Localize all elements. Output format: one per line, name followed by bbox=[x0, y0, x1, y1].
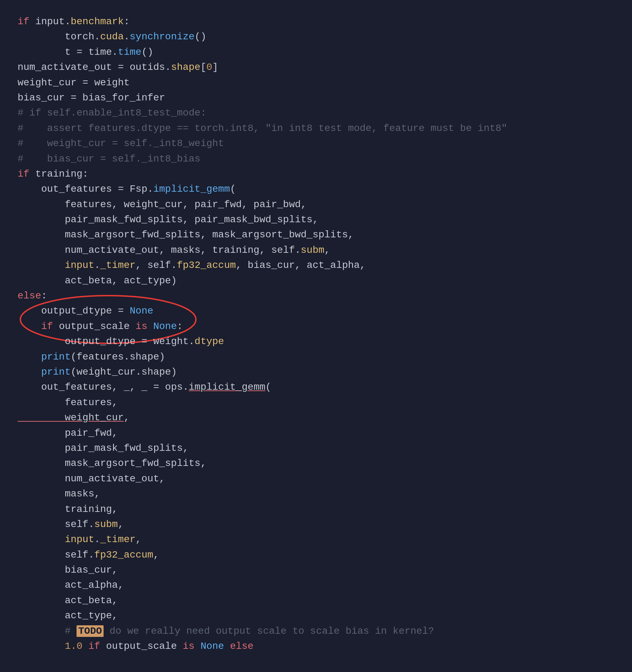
code-line-13: features, weight_cur, pair_fwd, pair_bwd… bbox=[18, 197, 614, 212]
code-line-35: input._timer, bbox=[18, 532, 614, 547]
code-line-40: act_type, bbox=[18, 608, 614, 623]
code-line-22: output_dtype = weight.dtype bbox=[18, 334, 614, 349]
code-line-37: bias_cur, bbox=[18, 562, 614, 578]
code-line-3: t = time.time() bbox=[18, 45, 614, 60]
code-line-39: act_beta, bbox=[18, 593, 614, 608]
code-line-42: 1.0 if output_scale is None else bbox=[18, 639, 614, 654]
code-line-23: print(features.shape) bbox=[18, 349, 614, 364]
code-line-14: pair_mask_fwd_splits, pair_mask_bwd_spli… bbox=[18, 212, 614, 227]
code-line-18: act_beta, act_type) bbox=[18, 273, 614, 288]
code-line-8: # assert features.dtype == torch.int8, "… bbox=[18, 121, 614, 136]
code-line-9: # weight_cur = self._int8_weight bbox=[18, 136, 614, 151]
code-line-41: # TODO do we really need output scale to… bbox=[18, 624, 614, 639]
code-line-17: input._timer, self.fp32_accum, bias_cur,… bbox=[18, 258, 614, 273]
code-line-38: act_alpha, bbox=[18, 578, 614, 593]
code-line-6: bias_cur = bias_for_infer bbox=[18, 90, 614, 105]
code-line-5: weight_cur = weight bbox=[18, 75, 614, 90]
todo-badge: TODO bbox=[77, 625, 104, 637]
code-line-30: mask_argsort_fwd_splits, bbox=[18, 456, 614, 471]
code-line-28: pair_fwd, bbox=[18, 426, 614, 441]
code-line-19: else: bbox=[18, 288, 614, 303]
code-line-12: out_features = Fsp.implicit_gemm( bbox=[18, 182, 614, 197]
code-line-21: if output_scale is None: bbox=[18, 319, 614, 334]
code-line-31: num_activate_out, bbox=[18, 471, 614, 486]
code-line-10: # bias_cur = self._int8_bias bbox=[18, 151, 614, 166]
code-line-11: if training: bbox=[18, 166, 614, 182]
code-line-16: num_activate_out, masks, training, self.… bbox=[18, 243, 614, 258]
code-editor: if input.benchmark: torch.cuda.synchroni… bbox=[18, 14, 614, 654]
code-line-24: print(weight_cur.shape) bbox=[18, 364, 614, 380]
code-line-20: output_dtype = None bbox=[18, 303, 614, 318]
code-line-34: self.subm, bbox=[18, 517, 614, 532]
code-line-15: mask_argsort_fwd_splits, mask_argsort_bw… bbox=[18, 227, 614, 242]
code-line-32: masks, bbox=[18, 486, 614, 501]
code-line-4: num_activate_out = outids.shape[0] bbox=[18, 60, 614, 75]
code-line-1: if input.benchmark: bbox=[18, 14, 614, 29]
code-line-29: pair_mask_fwd_splits, bbox=[18, 441, 614, 456]
code-line-36: self.fp32_accum, bbox=[18, 547, 614, 562]
code-line-27: weight_cur, bbox=[18, 410, 614, 425]
code-line-7: # if self.enable_int8_test_mode: bbox=[18, 105, 614, 120]
code-line-26: features, bbox=[18, 395, 614, 410]
code-line-2: torch.cuda.synchronize() bbox=[18, 29, 614, 44]
code-line-25: out_features, _, _ = ops.implicit_gemm( bbox=[18, 380, 614, 395]
code-line-33: training, bbox=[18, 502, 614, 517]
